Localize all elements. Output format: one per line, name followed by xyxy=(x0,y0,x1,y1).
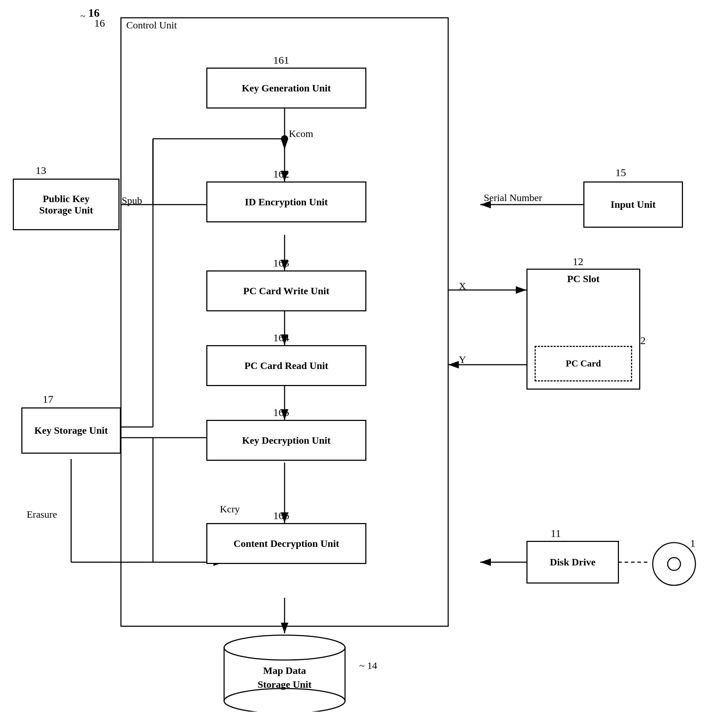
serial-number-label: Serial Number xyxy=(484,192,542,204)
ref-166: 166 xyxy=(273,510,289,521)
pc-card-write-unit-box: PC Card Write Unit xyxy=(206,270,366,311)
ref-11: 11 xyxy=(551,527,561,539)
spub-label: Spub xyxy=(122,195,142,207)
y-label: Y xyxy=(459,354,466,365)
map-data-storage-unit: Map DataStorage Unit xyxy=(221,633,349,712)
kcom-label: Kcom xyxy=(289,128,313,140)
svg-point-4 xyxy=(281,135,288,142)
content-decryption-unit-box: Content Decryption Unit xyxy=(206,523,366,564)
key-generation-unit-label: Key Generation Unit xyxy=(242,82,331,94)
key-decryption-unit-box: Key Decryption Unit xyxy=(206,420,366,461)
control-unit-label: Control Unit xyxy=(126,20,177,31)
ref-163: 163 xyxy=(273,257,289,269)
kcry-label: Kcry xyxy=(220,504,240,515)
ref-14: ~ 14 xyxy=(359,660,377,672)
ref-164: 164 xyxy=(273,332,289,344)
public-key-storage-label: Public Key Storage Unit xyxy=(39,193,93,216)
map-data-storage-label: Map DataStorage Unit xyxy=(221,664,349,691)
key-decryption-unit-label: Key Decryption Unit xyxy=(242,435,331,446)
erasure-label: Erasure xyxy=(27,509,57,520)
ref-13: 13 xyxy=(36,165,46,176)
svg-point-31 xyxy=(668,558,680,571)
svg-point-30 xyxy=(653,543,695,585)
id-encryption-unit-label: ID Encryption Unit xyxy=(245,196,327,208)
input-unit-box: Input Unit xyxy=(583,182,683,228)
pc-slot-box: PC Slot PC Card xyxy=(526,269,640,390)
public-key-storage-box: Public Key Storage Unit xyxy=(13,179,120,230)
pc-card-read-unit-label: PC Card Read Unit xyxy=(244,360,328,371)
disk-drive-box: Disk Drive xyxy=(526,541,619,584)
id-encryption-unit-box: ID Encryption Unit xyxy=(206,182,366,222)
ref-162: 162 xyxy=(273,168,289,180)
ref-161: 161 xyxy=(273,54,289,66)
ref-2: 2 xyxy=(640,334,646,347)
ref-17: 17 xyxy=(43,393,53,405)
svg-point-34 xyxy=(224,689,345,712)
ref-15: 15 xyxy=(616,166,626,179)
control-unit-arrow-label: ~ xyxy=(81,11,85,21)
pc-slot-label: PC Slot xyxy=(567,273,600,285)
ref-165: 165 xyxy=(273,406,289,419)
svg-point-33 xyxy=(224,635,345,660)
pc-card-read-unit-box: PC Card Read Unit xyxy=(206,345,366,386)
key-storage-unit-box: Key Storage Unit xyxy=(21,407,121,454)
ref-1: 1 xyxy=(690,537,695,549)
input-unit-label: Input Unit xyxy=(611,199,656,210)
ref-16: 16 xyxy=(88,6,99,20)
x-label: X xyxy=(459,280,466,292)
key-generation-unit-box: Key Generation Unit xyxy=(206,68,366,108)
disk-drive-label: Disk Drive xyxy=(550,556,595,568)
key-storage-unit-label: Key Storage Unit xyxy=(35,425,108,436)
pc-card-write-unit-label: PC Card Write Unit xyxy=(243,285,329,297)
ref-12: 12 xyxy=(573,256,583,267)
content-decryption-unit-label: Content Decryption Unit xyxy=(234,538,339,549)
pc-card-label: PC Card xyxy=(566,358,601,369)
